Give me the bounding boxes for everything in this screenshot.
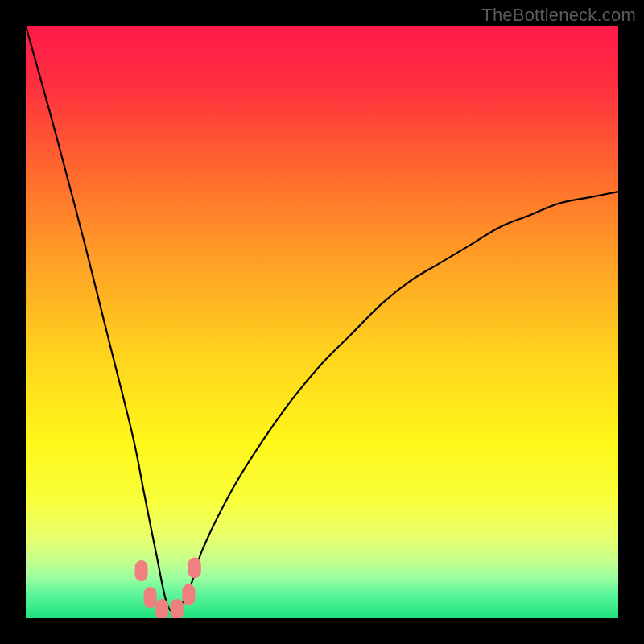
chart-frame: TheBottleneck.com (0, 0, 644, 644)
watermark-text: TheBottleneck.com (481, 5, 636, 26)
marker-dot (188, 557, 201, 578)
marker-dot (135, 560, 148, 581)
marker-dot (182, 584, 195, 605)
marker-dot (144, 587, 157, 608)
pink-markers (135, 557, 201, 618)
marker-dot (171, 599, 184, 618)
marker-dot (155, 599, 168, 618)
bottleneck-curve (26, 26, 618, 612)
curve-layer (26, 26, 618, 618)
plot-area (26, 26, 618, 618)
